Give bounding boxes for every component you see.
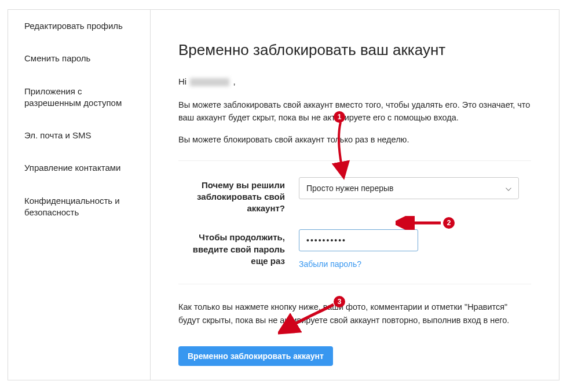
settings-container: Редактировать профиль Сменить пароль При…	[8, 9, 559, 380]
sidebar-item-email-sms[interactable]: Эл. почта и SMS	[8, 119, 150, 152]
sidebar-item-privacy-security[interactable]: Конфиденциальность и безопасность	[8, 185, 150, 229]
reason-select[interactable]: Просто нужен перерыв	[299, 177, 519, 199]
bottom-description: Как только вы нажмете кнопку ниже, ваши …	[178, 301, 531, 327]
sidebar-item-change-password[interactable]: Сменить пароль	[8, 42, 150, 75]
annotation-badge-3: 3	[334, 296, 345, 307]
greeting-text: Hi ,	[178, 76, 531, 86]
description-text-1: Вы можете заблокировать свой аккаунт вме…	[178, 99, 531, 124]
divider	[178, 284, 531, 284]
main-content: Временно заблокировать ваш аккаунт Hi , …	[151, 10, 559, 380]
password-label: Чтобы продолжить, введите свой пароль ещ…	[178, 229, 299, 267]
reason-control-wrap: Просто нужен перерыв	[299, 177, 531, 199]
annotation-badge-2: 2	[443, 217, 455, 229]
chevron-down-icon	[506, 186, 511, 192]
reason-select-value: Просто нужен перерыв	[306, 184, 393, 193]
divider	[178, 160, 531, 161]
password-control-wrap: Забыли пароль?	[299, 229, 531, 269]
sidebar-item-authorized-apps[interactable]: Приложения с разрешенным доступом	[8, 75, 150, 120]
greeting-prefix: Hi	[178, 76, 189, 86]
page-title: Временно заблокировать ваш аккаунт	[178, 41, 531, 59]
reason-label: Почему вы решили заблокировать свой акка…	[178, 177, 299, 215]
greeting-suffix: ,	[231, 76, 235, 86]
description-text-2: Вы можете блокировать свой аккаунт тольк…	[178, 135, 531, 144]
sidebar-item-manage-contacts[interactable]: Управление контактами	[8, 152, 150, 184]
password-row: Чтобы продолжить, введите свой пароль ещ…	[178, 229, 531, 269]
disable-account-button[interactable]: Временно заблокировать аккаунт	[178, 346, 333, 366]
annotation-arrow-1	[324, 120, 359, 181]
reason-row: Почему вы решили заблокировать свой акка…	[178, 177, 531, 215]
annotation-badge-1: 1	[334, 111, 345, 123]
username-redacted	[190, 78, 229, 86]
sidebar-item-edit-profile[interactable]: Редактировать профиль	[8, 10, 150, 42]
settings-sidebar: Редактировать профиль Сменить пароль При…	[8, 10, 151, 380]
password-input[interactable]	[299, 229, 418, 251]
forgot-password-link[interactable]: Забыли пароль?	[299, 259, 531, 269]
annotation-arrow-2	[396, 216, 442, 230]
